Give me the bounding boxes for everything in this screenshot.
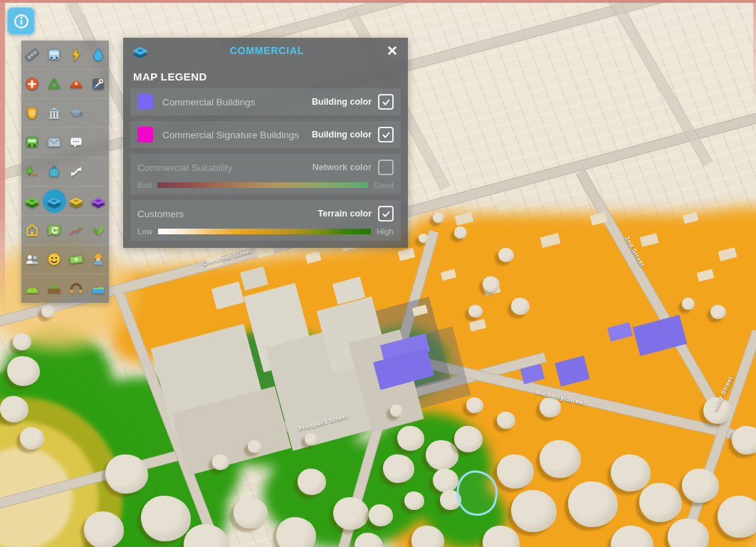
infoview-education-button[interactable] [65, 103, 87, 124]
legend-heading: MAP LEGEND [123, 63, 408, 88]
map-tree [454, 226, 467, 239]
ground-pollution-icon [46, 281, 62, 296]
infoview-transportation-button[interactable] [21, 132, 43, 153]
mode-label: Network color [313, 162, 372, 172]
infoview-communications-button[interactable] [65, 132, 87, 153]
workers-icon [90, 251, 106, 267]
suitability-gradient-bar [157, 182, 367, 188]
map-tree [397, 426, 424, 451]
building-color-checkbox[interactable] [378, 94, 394, 110]
infoview-water-pollution-button[interactable] [88, 278, 109, 299]
office-zone-icon [90, 193, 106, 209]
network-color-checkbox[interactable] [378, 160, 394, 175]
map-tree [298, 469, 326, 495]
commercial-infoview-panel: COMMERCIAL MAP LEGEND Commercial Buildin… [123, 38, 408, 248]
infoview-menu-button[interactable] [7, 7, 35, 35]
infoview-zones-button[interactable] [43, 219, 65, 241]
infoview-public-transport-button[interactable] [43, 44, 65, 66]
legend-label: Commercial Buildings [162, 97, 312, 108]
map-tree [426, 440, 458, 470]
map-tree [540, 440, 581, 478]
terrain-color-checkbox[interactable] [378, 206, 394, 222]
map-tree [611, 454, 651, 491]
map-tree [390, 405, 403, 417]
infoview-attractions-button[interactable] [43, 161, 65, 182]
police-icon [24, 105, 40, 121]
sidebar-row [21, 187, 109, 216]
infoview-happiness-button[interactable] [43, 249, 65, 270]
healthcare-icon [24, 76, 40, 92]
customers-gradient-bar [158, 229, 371, 234]
roads-icon [24, 47, 40, 63]
map-tree [105, 454, 148, 494]
gradient-min-label: Low [137, 227, 152, 236]
map-tree [419, 234, 429, 243]
map-tree [498, 248, 514, 262]
routes-icon [68, 164, 84, 179]
map-tree [7, 356, 40, 386]
infoview-statistics-button[interactable] [65, 219, 87, 241]
public-transport-icon [46, 47, 62, 63]
infoview-parks-button[interactable] [21, 161, 43, 182]
map-tree [497, 454, 534, 489]
map-tree [212, 454, 229, 470]
map-edge-tint [0, 0, 5, 313]
infoview-fire-rescue-button[interactable] [65, 73, 87, 95]
infoview-sidebar [21, 41, 109, 303]
land-value-icon [24, 222, 40, 238]
map-tree [433, 212, 444, 223]
population-icon [24, 251, 40, 267]
infoview-healthcare-button[interactable] [21, 73, 43, 95]
infoview-roads-button[interactable] [21, 44, 43, 66]
map-tree [369, 504, 393, 526]
close-button[interactable] [385, 43, 399, 58]
sidebar-row [21, 99, 109, 128]
infoview-economy-button[interactable] [65, 249, 87, 270]
infoview-electricity-button[interactable] [65, 44, 87, 66]
map-tree [433, 469, 458, 492]
sidebar-row [21, 128, 109, 157]
legend-row-customers: Customers Terrain color Low High [130, 200, 401, 241]
map-edge-tint [753, 0, 756, 107]
transportation-icon [24, 135, 40, 150]
map-tree [483, 276, 500, 292]
attractions-icon [46, 164, 62, 179]
map-tree [718, 496, 756, 538]
gradient-max-label: High [377, 227, 394, 236]
panel-title: COMMERCIAL [149, 45, 385, 56]
infoview-residential-zone-button[interactable] [21, 190, 43, 212]
infoview-office-zone-button[interactable] [88, 190, 109, 212]
landfill-icon [24, 281, 40, 296]
infoview-water-button[interactable] [88, 44, 109, 66]
infoview-administration-button[interactable] [43, 103, 65, 124]
infoview-landfill-button[interactable] [21, 278, 43, 299]
infoview-land-value-button[interactable] [21, 219, 43, 241]
statistics-icon [68, 222, 84, 238]
infoview-commercial-zone-button[interactable] [43, 190, 65, 212]
infoview-industrial-zone-button[interactable] [65, 190, 87, 212]
zones-icon [46, 222, 62, 238]
infoview-workers-button[interactable] [88, 249, 109, 270]
building-color-checkbox[interactable] [378, 127, 394, 142]
infoview-police-button[interactable] [21, 103, 43, 124]
infoview-ground-pollution-button[interactable] [43, 278, 65, 299]
infoview-post-button[interactable] [43, 132, 65, 153]
parks-icon [24, 164, 40, 179]
infoview-maintenance-button[interactable] [88, 73, 109, 95]
economy-icon [68, 251, 84, 267]
maintenance-icon [90, 76, 106, 92]
post-icon [46, 135, 62, 150]
water-pollution-icon [90, 281, 106, 296]
sidebar-row [21, 245, 109, 274]
legend-label: Commercial Suitability [137, 162, 313, 173]
map-tree [0, 396, 28, 422]
gradient-max-label: Good [374, 181, 394, 189]
gradient-min-label: Bad [137, 181, 152, 189]
infoview-population-button[interactable] [21, 249, 43, 270]
info-icon [12, 12, 31, 31]
infoview-greenery-button[interactable] [88, 219, 109, 241]
commercial-zone-icon [132, 42, 149, 59]
infoview-routes-button[interactable] [65, 161, 87, 182]
infoview-noise-pollution-button[interactable] [65, 278, 87, 299]
infoview-garbage-button[interactable] [43, 73, 65, 95]
